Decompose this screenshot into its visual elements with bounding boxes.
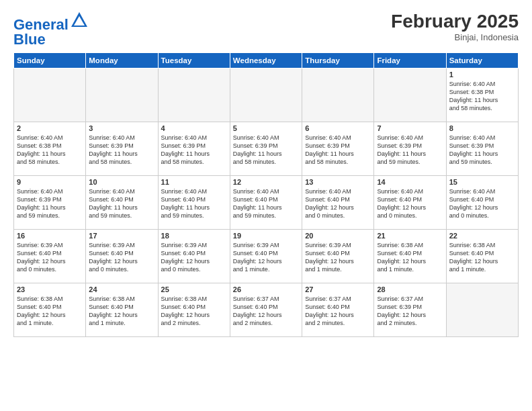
day-info: Sunrise: 6:40 AM Sunset: 6:39 PM Dayligh… [305, 134, 371, 167]
logo-icon [70, 11, 89, 30]
calendar-cell: 8Sunrise: 6:40 AM Sunset: 6:39 PM Daylig… [446, 122, 518, 176]
day-number: 24 [89, 285, 154, 293]
day-number: 22 [449, 232, 515, 240]
calendar-cell: 16Sunrise: 6:39 AM Sunset: 6:40 PM Dayli… [14, 230, 86, 283]
week-row-1: 1Sunrise: 6:40 AM Sunset: 6:38 PM Daylig… [14, 68, 519, 122]
col-monday: Monday [86, 53, 158, 68]
calendar-cell: 12Sunrise: 6:40 AM Sunset: 6:40 PM Dayli… [230, 176, 302, 230]
week-row-4: 16Sunrise: 6:39 AM Sunset: 6:40 PM Dayli… [14, 230, 519, 283]
week-row-2: 2Sunrise: 6:40 AM Sunset: 6:38 PM Daylig… [14, 122, 519, 176]
calendar-cell: 24Sunrise: 6:38 AM Sunset: 6:40 PM Dayli… [86, 283, 158, 337]
day-number: 17 [89, 232, 154, 240]
day-number: 3 [89, 124, 154, 132]
day-number: 28 [377, 285, 443, 293]
calendar-cell [302, 68, 374, 122]
day-info: Sunrise: 6:39 AM Sunset: 6:40 PM Dayligh… [233, 241, 299, 274]
day-number: 4 [161, 124, 227, 132]
day-info: Sunrise: 6:40 AM Sunset: 6:39 PM Dayligh… [17, 187, 83, 220]
day-info: Sunrise: 6:40 AM Sunset: 6:38 PM Dayligh… [449, 80, 515, 113]
day-info: Sunrise: 6:40 AM Sunset: 6:38 PM Dayligh… [17, 134, 83, 167]
calendar-cell: 2Sunrise: 6:40 AM Sunset: 6:38 PM Daylig… [14, 122, 86, 176]
calendar-cell [14, 68, 86, 122]
col-wednesday: Wednesday [230, 53, 302, 68]
col-friday: Friday [374, 53, 446, 68]
day-info: Sunrise: 6:40 AM Sunset: 6:39 PM Dayligh… [89, 134, 154, 167]
day-number: 21 [377, 232, 443, 240]
page: GeneralBlue February 2025 Binjai, Indone… [0, 0, 532, 411]
calendar-cell: 1Sunrise: 6:40 AM Sunset: 6:38 PM Daylig… [446, 68, 518, 122]
day-number: 10 [89, 178, 154, 186]
day-info: Sunrise: 6:39 AM Sunset: 6:40 PM Dayligh… [161, 241, 227, 274]
calendar-cell: 26Sunrise: 6:37 AM Sunset: 6:40 PM Dayli… [230, 283, 302, 337]
day-info: Sunrise: 6:38 AM Sunset: 6:40 PM Dayligh… [161, 295, 227, 328]
day-info: Sunrise: 6:37 AM Sunset: 6:39 PM Dayligh… [377, 295, 443, 328]
week-row-5: 23Sunrise: 6:38 AM Sunset: 6:40 PM Dayli… [14, 283, 519, 337]
day-info: Sunrise: 6:39 AM Sunset: 6:40 PM Dayligh… [305, 241, 371, 274]
col-tuesday: Tuesday [158, 53, 230, 68]
calendar-cell: 27Sunrise: 6:37 AM Sunset: 6:40 PM Dayli… [302, 283, 374, 337]
day-info: Sunrise: 6:40 AM Sunset: 6:39 PM Dayligh… [233, 134, 299, 167]
day-info: Sunrise: 6:38 AM Sunset: 6:40 PM Dayligh… [449, 241, 515, 274]
logo-text: GeneralBlue [13, 11, 89, 47]
calendar-cell [230, 68, 302, 122]
calendar-cell: 7Sunrise: 6:40 AM Sunset: 6:39 PM Daylig… [374, 122, 446, 176]
day-info: Sunrise: 6:40 AM Sunset: 6:39 PM Dayligh… [161, 134, 227, 167]
day-info: Sunrise: 6:39 AM Sunset: 6:40 PM Dayligh… [89, 241, 154, 274]
calendar-cell: 13Sunrise: 6:40 AM Sunset: 6:40 PM Dayli… [302, 176, 374, 230]
calendar-cell: 17Sunrise: 6:39 AM Sunset: 6:40 PM Dayli… [86, 230, 158, 283]
calendar-cell [86, 68, 158, 122]
calendar-cell: 10Sunrise: 6:40 AM Sunset: 6:40 PM Dayli… [86, 176, 158, 230]
col-thursday: Thursday [302, 53, 374, 68]
day-info: Sunrise: 6:40 AM Sunset: 6:40 PM Dayligh… [89, 187, 154, 220]
day-number: 26 [233, 285, 299, 293]
calendar-cell: 18Sunrise: 6:39 AM Sunset: 6:40 PM Dayli… [158, 230, 230, 283]
day-number: 9 [17, 178, 83, 186]
calendar-cell: 21Sunrise: 6:38 AM Sunset: 6:40 PM Dayli… [374, 230, 446, 283]
day-number: 20 [305, 232, 371, 240]
title-block: February 2025 Binjai, Indonesia [391, 11, 519, 42]
calendar-cell: 11Sunrise: 6:40 AM Sunset: 6:40 PM Dayli… [158, 176, 230, 230]
calendar-cell: 19Sunrise: 6:39 AM Sunset: 6:40 PM Dayli… [230, 230, 302, 283]
day-info: Sunrise: 6:40 AM Sunset: 6:40 PM Dayligh… [449, 187, 515, 220]
calendar-cell: 28Sunrise: 6:37 AM Sunset: 6:39 PM Dayli… [374, 283, 446, 337]
day-number: 18 [161, 232, 227, 240]
day-info: Sunrise: 6:40 AM Sunset: 6:39 PM Dayligh… [377, 134, 443, 167]
calendar-cell [374, 68, 446, 122]
logo: GeneralBlue [13, 11, 89, 47]
logo-blue: Blue [13, 31, 46, 48]
day-number: 13 [305, 178, 371, 186]
calendar-cell: 3Sunrise: 6:40 AM Sunset: 6:39 PM Daylig… [86, 122, 158, 176]
day-info: Sunrise: 6:38 AM Sunset: 6:40 PM Dayligh… [377, 241, 443, 274]
day-number: 7 [377, 124, 443, 132]
day-info: Sunrise: 6:37 AM Sunset: 6:40 PM Dayligh… [233, 295, 299, 328]
day-number: 23 [17, 285, 83, 293]
calendar-cell [446, 283, 518, 337]
day-number: 14 [377, 178, 443, 186]
month-year: February 2025 [391, 11, 519, 32]
day-number: 15 [449, 178, 515, 186]
day-info: Sunrise: 6:40 AM Sunset: 6:39 PM Dayligh… [449, 134, 515, 167]
day-info: Sunrise: 6:38 AM Sunset: 6:40 PM Dayligh… [89, 295, 154, 328]
day-number: 1 [449, 71, 515, 79]
calendar-cell: 25Sunrise: 6:38 AM Sunset: 6:40 PM Dayli… [158, 283, 230, 337]
day-number: 2 [17, 124, 83, 132]
day-info: Sunrise: 6:38 AM Sunset: 6:40 PM Dayligh… [17, 295, 83, 328]
calendar-cell: 6Sunrise: 6:40 AM Sunset: 6:39 PM Daylig… [302, 122, 374, 176]
day-number: 6 [305, 124, 371, 132]
calendar-cell: 22Sunrise: 6:38 AM Sunset: 6:40 PM Dayli… [446, 230, 518, 283]
day-number: 11 [161, 178, 227, 186]
calendar-cell: 14Sunrise: 6:40 AM Sunset: 6:40 PM Dayli… [374, 176, 446, 230]
day-info: Sunrise: 6:37 AM Sunset: 6:40 PM Dayligh… [305, 295, 371, 328]
col-sunday: Sunday [14, 53, 86, 68]
day-number: 16 [17, 232, 83, 240]
week-row-3: 9Sunrise: 6:40 AM Sunset: 6:39 PM Daylig… [14, 176, 519, 230]
day-number: 8 [449, 124, 515, 132]
calendar-cell: 15Sunrise: 6:40 AM Sunset: 6:40 PM Dayli… [446, 176, 518, 230]
day-info: Sunrise: 6:40 AM Sunset: 6:40 PM Dayligh… [233, 187, 299, 220]
col-saturday: Saturday [446, 53, 518, 68]
day-number: 27 [305, 285, 371, 293]
day-number: 12 [233, 178, 299, 186]
day-info: Sunrise: 6:40 AM Sunset: 6:40 PM Dayligh… [377, 187, 443, 220]
calendar-cell: 4Sunrise: 6:40 AM Sunset: 6:39 PM Daylig… [158, 122, 230, 176]
day-number: 5 [233, 124, 299, 132]
